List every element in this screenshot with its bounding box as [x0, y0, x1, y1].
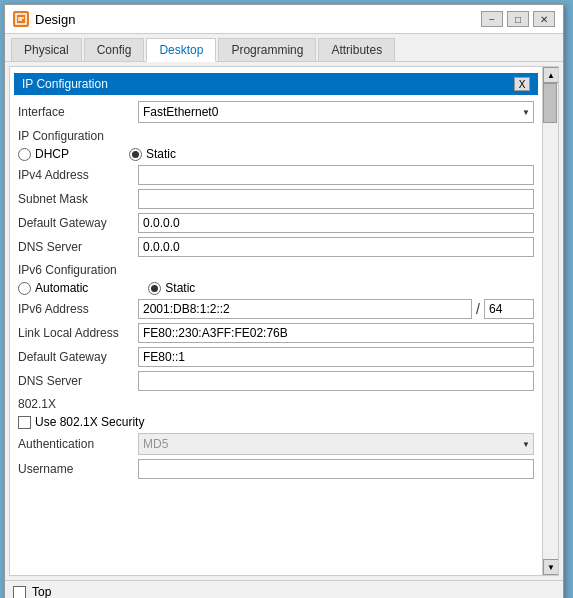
static-radio[interactable]: Static [129, 147, 176, 161]
scrollbar-thumb[interactable] [543, 83, 557, 123]
tab-physical[interactable]: Physical [11, 38, 82, 61]
window-controls: − □ ✕ [481, 11, 555, 27]
scroll-down-button[interactable]: ▼ [543, 559, 559, 575]
static-radio-circle [129, 148, 142, 161]
default-gateway-input[interactable] [138, 213, 534, 233]
scrollable-content: IP Configuration X Interface FastEtherne… [10, 67, 542, 575]
dns-server-row: DNS Server [18, 235, 534, 259]
authentication-label: Authentication [18, 437, 138, 451]
dhcp-radio[interactable]: DHCP [18, 147, 69, 161]
default-gateway-ipv6-label: Default Gateway [18, 350, 138, 364]
default-gateway-ipv6-input[interactable] [138, 347, 534, 367]
link-local-label: Link Local Address [18, 326, 138, 340]
scroll-up-icon: ▲ [547, 71, 555, 80]
close-button[interactable]: ✕ [533, 11, 555, 27]
interface-label: Interface [18, 105, 138, 119]
interface-select[interactable]: FastEthernet0 [138, 101, 534, 123]
interface-section: Interface FastEthernet0 IP Configuration… [10, 97, 542, 483]
ipv6-address-row: IPv6 Address / [18, 297, 534, 321]
static-ipv6-radio-circle [148, 282, 161, 295]
authentication-row: Authentication MD5 [18, 431, 534, 457]
ipv6-address-fields: / [138, 299, 534, 319]
tab-desktop[interactable]: Desktop [146, 38, 216, 62]
interface-row: Interface FastEthernet0 [18, 99, 534, 125]
username-label: Username [18, 462, 138, 476]
default-gateway-label: Default Gateway [18, 216, 138, 230]
ipv6-slash: / [476, 301, 480, 317]
tab-config[interactable]: Config [84, 38, 145, 61]
ip-config-header: IP Configuration X [14, 73, 538, 95]
ipv6-address-label: IPv6 Address [18, 302, 138, 316]
ipv6-radio-group: Automatic Static [18, 279, 534, 297]
ip-config-close-button[interactable]: X [514, 77, 530, 91]
authentication-select-wrapper: MD5 [138, 433, 534, 455]
automatic-radio-circle [18, 282, 31, 295]
tab-attributes[interactable]: Attributes [318, 38, 395, 61]
ipv4-section-label: IP Configuration [18, 125, 534, 145]
ip-config-title: IP Configuration [22, 77, 108, 91]
dns-server-ipv6-label: DNS Server [18, 374, 138, 388]
use-8021x-row: Use 802.1X Security [18, 413, 534, 431]
minimize-button[interactable]: − [481, 11, 503, 27]
scrollbar: ▲ ▼ [542, 67, 558, 575]
app-icon [13, 11, 29, 27]
dns-server-ipv6-row: DNS Server [18, 369, 534, 393]
automatic-label: Automatic [35, 281, 88, 295]
username-row: Username [18, 457, 534, 481]
default-gateway-row: Default Gateway [18, 211, 534, 235]
ipv4-radio-group: DHCP Static [18, 145, 534, 163]
ipv4-address-input[interactable] [138, 165, 534, 185]
scroll-up-button[interactable]: ▲ [543, 67, 559, 83]
scrollbar-track[interactable] [543, 83, 558, 559]
use-8021x-checkbox[interactable] [18, 416, 31, 429]
link-local-input[interactable] [138, 323, 534, 343]
use-8021x-label: Use 802.1X Security [35, 415, 144, 429]
scroll-down-icon: ▼ [547, 563, 555, 572]
dhcp-label: DHCP [35, 147, 69, 161]
static-label: Static [146, 147, 176, 161]
tab-programming[interactable]: Programming [218, 38, 316, 61]
tab-bar: Physical Config Desktop Programming Attr… [5, 34, 563, 62]
subnet-mask-input[interactable] [138, 189, 534, 209]
default-gateway-ipv6-row: Default Gateway [18, 345, 534, 369]
link-local-row: Link Local Address [18, 321, 534, 345]
ipv6-section-label: IPv6 Configuration [18, 259, 534, 279]
username-input[interactable] [138, 459, 534, 479]
top-checkbox[interactable] [13, 586, 26, 599]
svg-rect-0 [16, 14, 26, 24]
content-area: IP Configuration X Interface FastEtherne… [9, 66, 559, 576]
dns-server-ipv6-input[interactable] [138, 371, 534, 391]
subnet-mask-row: Subnet Mask [18, 187, 534, 211]
dns-server-label: DNS Server [18, 240, 138, 254]
subnet-mask-label: Subnet Mask [18, 192, 138, 206]
static-ipv6-label: Static [165, 281, 195, 295]
automatic-radio[interactable]: Automatic [18, 281, 88, 295]
interface-select-wrapper: FastEthernet0 [138, 101, 534, 123]
ipv4-address-row: IPv4 Address [18, 163, 534, 187]
static-ipv6-radio[interactable]: Static [148, 281, 195, 295]
main-window: Design − □ ✕ Physical Config Desktop Pro… [4, 4, 564, 598]
ipv4-address-label: IPv4 Address [18, 168, 138, 182]
window-title: Design [35, 12, 475, 27]
dhcp-radio-circle [18, 148, 31, 161]
dns-server-input[interactable] [138, 237, 534, 257]
ipv6-prefix-input[interactable] [484, 299, 534, 319]
8021x-section-label: 802.1X [18, 393, 534, 413]
authentication-select: MD5 [138, 433, 534, 455]
titlebar: Design − □ ✕ [5, 5, 563, 34]
maximize-button[interactable]: □ [507, 11, 529, 27]
ipv6-address-input[interactable] [138, 299, 472, 319]
bottom-bar: Top [5, 580, 563, 598]
top-label: Top [32, 585, 51, 598]
